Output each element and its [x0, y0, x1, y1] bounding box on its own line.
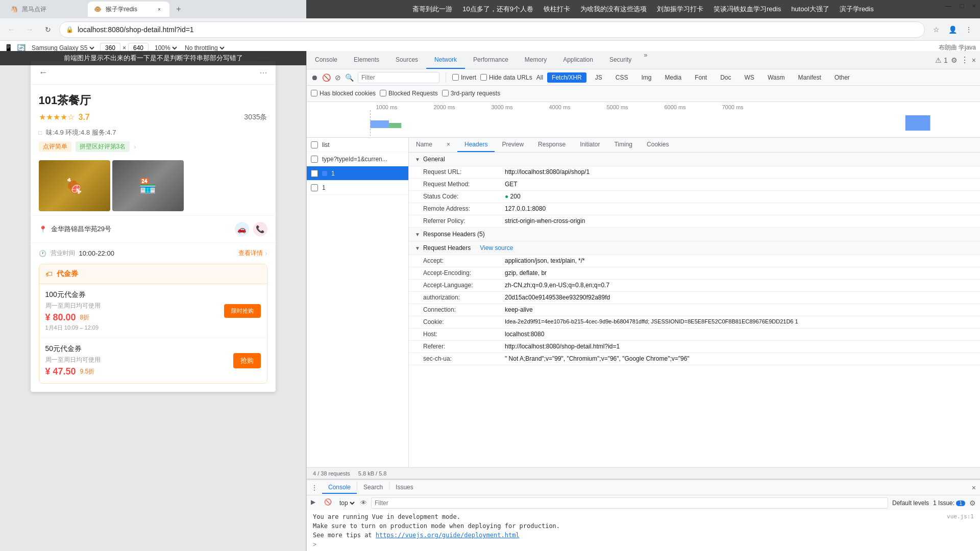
detail-tab-cookies[interactable]: Cookies	[640, 138, 676, 152]
invert-checkbox[interactable]: Invert	[452, 74, 476, 81]
photo-1[interactable]: 🍖	[39, 160, 110, 211]
buy-button-2[interactable]: 抢购	[233, 353, 261, 368]
request-checkbox-list[interactable]	[311, 141, 318, 148]
third-party-check[interactable]	[442, 90, 449, 96]
search-network-icon[interactable]: 🔍	[345, 73, 354, 82]
photo-2[interactable]: 🏪	[112, 160, 184, 211]
back-button-mobile[interactable]: ←	[39, 67, 48, 78]
view-source-link[interactable]: View source	[480, 244, 513, 252]
close-devtools-icon[interactable]: ×	[972, 56, 976, 64]
font-filter[interactable]: Font	[690, 72, 712, 83]
request-item-1[interactable]: 1	[307, 181, 408, 195]
vue-deployment-link[interactable]: https://vuejs.org/guide/deployment.html	[376, 532, 520, 539]
close-console-icon[interactable]: ×	[972, 484, 976, 492]
detail-tab-timing[interactable]: Timing	[607, 138, 640, 152]
play-icon[interactable]: ▶	[311, 498, 320, 508]
img-filter[interactable]: Img	[636, 72, 656, 83]
context-select[interactable]: top	[337, 499, 356, 507]
detail-tab-response[interactable]: Response	[531, 138, 573, 152]
menu-tag[interactable]: 点评简单	[39, 141, 71, 152]
other-filter[interactable]: Other	[830, 72, 854, 83]
forward-button[interactable]: →	[22, 22, 37, 37]
request-checkbox-1-selected[interactable]	[311, 170, 318, 177]
request-headers-section[interactable]: ▼ Request Headers View source	[409, 241, 980, 255]
detail-tab-preview[interactable]: Preview	[495, 138, 531, 152]
eye-icon[interactable]: 👁	[360, 499, 367, 507]
dock-icon[interactable]: ⋮	[961, 55, 969, 65]
console-tab-issues[interactable]: Issues	[389, 482, 420, 494]
issues-count-badge[interactable]: 1	[956, 500, 965, 506]
maximize-button[interactable]: □	[960, 2, 964, 10]
request-item-type[interactable]: type?typeId=1&curren...	[307, 152, 408, 166]
issue-badge-icon[interactable]: ⚠ 1	[935, 56, 948, 64]
manifest-filter[interactable]: Manifest	[793, 72, 825, 83]
console-tab-search[interactable]: Search	[357, 482, 389, 494]
hide-data-urls-check[interactable]	[480, 74, 487, 81]
hide-data-urls-checkbox[interactable]: Hide data URLs	[480, 74, 532, 81]
new-tab-button[interactable]: +	[172, 2, 186, 16]
doc-filter[interactable]: Doc	[716, 72, 736, 83]
tab-security[interactable]: Security	[601, 51, 640, 69]
tab-blackhorse[interactable]: 🐴 黑马点评	[4, 2, 86, 17]
js-filter[interactable]: JS	[591, 72, 607, 83]
response-headers-section[interactable]: ▼ Response Headers (5)	[409, 228, 980, 241]
console-options-icon[interactable]: ⋮	[311, 484, 318, 492]
console-settings-icon[interactable]: ⚙	[969, 499, 976, 507]
tab-sources[interactable]: Sources	[387, 51, 426, 69]
timeline-area[interactable]: 1000 ms 2000 ms 3000 ms 4000 ms 5000 ms …	[307, 102, 980, 138]
filter-icon[interactable]: ⊘	[335, 73, 341, 82]
tab-network[interactable]: Network	[426, 51, 465, 69]
ws-filter[interactable]: WS	[740, 72, 759, 83]
blocked-cookies-check[interactable]	[311, 90, 317, 96]
detail-tab-initiator[interactable]: Initiator	[573, 138, 607, 152]
console-filter-input[interactable]	[371, 497, 888, 509]
detail-tab-name[interactable]: Name	[409, 138, 439, 152]
record-icon[interactable]: ⏺	[311, 73, 318, 82]
blocked-requests-check[interactable]	[380, 90, 386, 96]
blocked-requests-checkbox[interactable]: Blocked Requests	[380, 90, 438, 97]
tab-close-redis[interactable]: ×	[155, 5, 163, 13]
request-item-1-selected[interactable]: 1	[307, 166, 408, 181]
default-levels-select[interactable]: Default levels	[892, 499, 929, 507]
phone-icon[interactable]: 📞	[253, 222, 267, 236]
media-filter[interactable]: Media	[660, 72, 686, 83]
fetch-xhr-filter[interactable]: Fetch/XHR	[547, 72, 586, 83]
tab-console[interactable]: Console	[307, 51, 346, 69]
address-bar[interactable]: 🔒 localhost:8080/shop-detail.html?id=1	[59, 21, 925, 38]
request-item-list[interactable]: list	[307, 138, 408, 152]
tab-application[interactable]: Application	[555, 51, 601, 69]
detail-tab-headers[interactable]: Headers	[457, 138, 495, 152]
general-section-header[interactable]: ▼ General	[409, 153, 980, 166]
css-filter[interactable]: CSS	[611, 72, 633, 83]
console-tab-console[interactable]: Console	[322, 482, 357, 494]
invert-check[interactable]	[452, 74, 459, 81]
tab-overflow[interactable]: »	[640, 51, 651, 69]
clear-console-icon[interactable]: 🚫	[324, 498, 333, 508]
bookmark-button[interactable]: ☆	[929, 22, 943, 37]
refresh-button[interactable]: ↻	[41, 22, 55, 37]
view-detail-link[interactable]: 查看详情	[238, 249, 263, 258]
tab-performance[interactable]: Performance	[465, 51, 517, 69]
blocked-cookies-checkbox[interactable]: Has blocked cookies	[311, 90, 376, 97]
profile-button[interactable]: 👤	[945, 22, 960, 37]
request-checkbox-1[interactable]	[311, 184, 318, 191]
clear-icon[interactable]: 🚫	[322, 73, 331, 82]
network-filter-input[interactable]	[358, 72, 439, 83]
car-icon[interactable]: 🚗	[235, 222, 249, 236]
detail-tab-close[interactable]: ×	[439, 138, 457, 152]
close-button[interactable]: ×	[972, 2, 976, 10]
wasm-filter[interactable]: Wasm	[763, 72, 790, 83]
back-button[interactable]: ←	[4, 22, 18, 37]
rank-tag[interactable]: 拼壁区好评第3名	[76, 141, 130, 152]
settings-icon[interactable]: ⚙	[951, 56, 958, 64]
tab-elements[interactable]: Elements	[346, 51, 387, 69]
general-title: General	[423, 156, 445, 163]
request-checkbox-type[interactable]	[311, 156, 318, 163]
minimize-button[interactable]: —	[945, 2, 952, 10]
buy-button-1[interactable]: 限时抢购	[224, 304, 261, 318]
menu-button[interactable]: ⋮	[962, 22, 976, 37]
more-button-mobile[interactable]: ···	[259, 67, 267, 78]
tab-redis[interactable]: 🐵 猴子学redis ×	[88, 2, 169, 17]
third-party-checkbox[interactable]: 3rd-party requests	[442, 90, 500, 97]
tab-memory[interactable]: Memory	[517, 51, 555, 69]
